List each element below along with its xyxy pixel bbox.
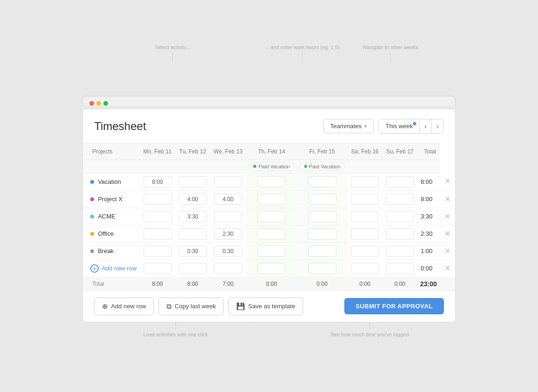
time-input-tue[interactable] [179,263,207,274]
add-cell-fri[interactable] [297,260,348,277]
add-remove-cell[interactable]: ✕ [440,260,455,277]
cell-mon[interactable] [139,225,175,242]
cell-thu[interactable] [246,242,297,260]
add-cell-sun[interactable] [382,260,417,277]
cell-wed[interactable] [210,208,247,225]
cell-mon[interactable] [139,173,175,190]
add-cell-wed[interactable] [210,260,247,277]
time-input-mon[interactable] [144,211,172,222]
add-cell-mon[interactable] [139,260,175,277]
time-input-fri[interactable] [308,176,336,188]
cell-thu[interactable] [246,173,297,190]
time-input-sat[interactable] [351,194,379,205]
cell-tue[interactable] [175,190,210,208]
save-template-button[interactable]: 💾 Save as template [228,298,303,315]
time-input-thu[interactable] [257,246,285,257]
cell-thu[interactable] [246,190,297,208]
remove-row-button[interactable]: ✕ [443,177,452,186]
time-input-thu[interactable] [257,211,285,222]
cell-wed[interactable] [210,225,247,242]
cell-fri[interactable] [297,190,348,208]
time-input-wed[interactable] [214,176,242,188]
remove-row-button[interactable]: ✕ [443,229,452,239]
cell-wed[interactable] [210,190,247,208]
time-input-wed[interactable] [214,228,242,240]
cell-sun[interactable] [382,173,417,190]
cell-mon[interactable] [139,242,175,260]
cell-wed[interactable] [210,173,247,190]
copy-last-week-button[interactable]: ⧉ Copy last week [159,298,224,315]
add-cell-sat[interactable] [348,260,383,277]
remove-row-button[interactable]: ✕ [443,195,452,204]
time-input-tue[interactable] [179,211,207,222]
cell-tue[interactable] [175,242,210,260]
time-input-wed[interactable] [214,263,242,274]
time-input-tue[interactable] [179,246,207,257]
time-input-mon[interactable] [144,228,172,240]
cell-wed[interactable] [210,242,247,260]
time-input-sat[interactable] [351,263,379,274]
remove-cell[interactable]: ✕ [440,190,455,208]
remove-cell[interactable]: ✕ [440,208,455,225]
time-input-sun[interactable] [386,263,414,274]
time-input-sun[interactable] [386,211,414,222]
time-input-sun[interactable] [386,194,414,205]
time-input-fri[interactable] [308,228,336,240]
time-input-wed[interactable] [214,246,242,257]
time-input-fri[interactable] [308,211,336,222]
cell-fri[interactable] [297,208,348,225]
time-input-mon[interactable] [144,176,172,188]
remove-row-button[interactable]: ✕ [443,212,452,221]
time-input-thu[interactable] [257,228,285,240]
time-input-sun[interactable] [386,246,414,257]
cell-sat[interactable] [348,173,383,190]
prev-week-button[interactable]: ‹ [420,119,431,133]
time-input-mon[interactable] [144,246,172,257]
time-input-tue[interactable] [179,228,207,240]
time-input-wed[interactable] [214,194,242,205]
cell-thu[interactable] [246,225,297,242]
cell-sat[interactable] [348,225,383,242]
time-input-thu[interactable] [257,263,285,274]
cell-tue[interactable] [175,173,210,190]
time-input-fri[interactable] [308,263,336,274]
remove-row-button[interactable]: ✕ [443,264,452,273]
cell-tue[interactable] [175,225,210,242]
cell-mon[interactable] [139,208,175,225]
add-cell-tue[interactable] [175,260,210,277]
time-input-sat[interactable] [351,228,379,240]
cell-sun[interactable] [382,242,417,260]
add-project-trigger[interactable]: + Add new row [90,264,137,273]
time-input-sat[interactable] [351,246,379,257]
time-input-fri[interactable] [308,246,336,257]
time-input-thu[interactable] [257,176,285,188]
time-input-sun[interactable] [386,228,414,240]
cell-sun[interactable] [382,190,417,208]
cell-thu[interactable] [246,208,297,225]
remove-cell[interactable]: ✕ [440,173,455,190]
cell-tue[interactable] [175,208,210,225]
time-input-sat[interactable] [351,211,379,222]
cell-fri[interactable] [297,173,348,190]
add-new-row-button[interactable]: ⊕ Add new row [94,298,154,315]
time-input-sun[interactable] [386,176,414,188]
time-input-sat[interactable] [351,176,379,188]
cell-sat[interactable] [348,208,383,225]
add-cell-thu[interactable] [246,260,297,277]
time-input-wed[interactable] [214,211,242,222]
cell-mon[interactable] [139,190,175,208]
remove-row-button[interactable]: ✕ [443,247,452,256]
submit-for-approval-button[interactable]: SUBMIT FOR APPROVAL [344,298,444,314]
cell-fri[interactable] [297,242,348,260]
time-input-tue[interactable] [179,176,207,188]
time-input-fri[interactable] [308,194,336,205]
teammates-dropdown[interactable]: Teammates ▾ [323,119,374,133]
cell-sat[interactable] [348,190,383,208]
add-project-cell[interactable]: + Add new row [83,260,139,277]
time-input-tue[interactable] [179,194,207,205]
next-week-button[interactable]: › [431,119,443,133]
cell-fri[interactable] [297,225,348,242]
cell-sat[interactable] [348,242,383,260]
remove-cell[interactable]: ✕ [440,242,455,260]
time-input-thu[interactable] [257,194,285,205]
